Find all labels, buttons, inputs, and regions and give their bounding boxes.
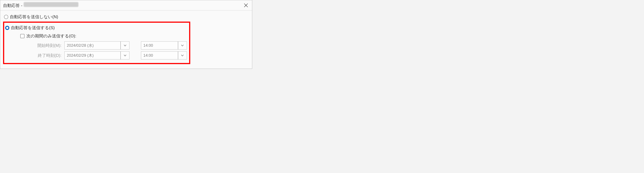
start-date-input[interactable]: 2024/02/28 (水) bbox=[64, 41, 120, 50]
start-date-dropdown[interactable] bbox=[120, 41, 130, 50]
end-time-value: 14:00 bbox=[144, 53, 153, 58]
radio-send-label: 自動応答を送信する(S) bbox=[11, 25, 55, 31]
radio-icon-checked bbox=[5, 26, 9, 30]
chevron-down-icon bbox=[180, 44, 184, 47]
title: 自動応答 - bbox=[3, 2, 78, 8]
start-date-value: 2024/02/28 (水) bbox=[67, 43, 94, 48]
start-time-input[interactable]: 14:00 bbox=[141, 41, 178, 50]
start-row: 開始時刻(M): 2024/02/28 (水) 14:00 bbox=[5, 40, 187, 50]
start-time-value: 14:00 bbox=[144, 43, 153, 48]
dialog-body: 自動応答を送信しない(N) 自動応答を送信する(S) 次の期間のみ送信する(O)… bbox=[0, 11, 252, 67]
end-label: 終了時刻(D): bbox=[30, 53, 64, 58]
chevron-down-icon bbox=[123, 44, 127, 47]
chevron-down-icon bbox=[180, 54, 184, 57]
auto-reply-dialog: 自動応答 - 自動応答を送信しない(N) 自動応答を送信する(S) 次の期間のみ… bbox=[0, 0, 252, 69]
checkbox-icon bbox=[20, 34, 24, 38]
end-time-dropdown[interactable] bbox=[178, 51, 187, 59]
start-label: 開始時刻(M): bbox=[30, 43, 64, 48]
end-time-input[interactable]: 14:00 bbox=[141, 51, 178, 59]
title-account-redacted bbox=[24, 2, 78, 7]
chevron-down-icon bbox=[123, 54, 127, 57]
end-date-value: 2024/02/29 (木) bbox=[67, 53, 94, 58]
title-prefix: 自動応答 - bbox=[3, 3, 22, 8]
radio-no-send[interactable]: 自動応答を送信しない(N) bbox=[3, 13, 249, 21]
radio-icon-unchecked bbox=[4, 15, 8, 19]
close-button[interactable] bbox=[242, 1, 250, 10]
titlebar: 自動応答 - bbox=[0, 0, 252, 11]
end-row: 終了時刻(D): 2024/02/29 (木) 14:00 bbox=[5, 50, 187, 60]
start-time-dropdown[interactable] bbox=[178, 41, 187, 50]
radio-send[interactable]: 自動応答を送信する(S) bbox=[5, 24, 187, 32]
radio-no-send-label: 自動応答を送信しない(N) bbox=[10, 14, 58, 20]
end-date-input[interactable]: 2024/02/29 (木) bbox=[64, 51, 120, 59]
end-date-dropdown[interactable] bbox=[120, 51, 130, 59]
highlight-box: 自動応答を送信する(S) 次の期間のみ送信する(O): 開始時刻(M): 202… bbox=[3, 22, 190, 64]
checkbox-period[interactable]: 次の期間のみ送信する(O): bbox=[5, 32, 187, 40]
checkbox-period-label: 次の期間のみ送信する(O): bbox=[26, 33, 76, 39]
close-icon bbox=[244, 3, 248, 8]
